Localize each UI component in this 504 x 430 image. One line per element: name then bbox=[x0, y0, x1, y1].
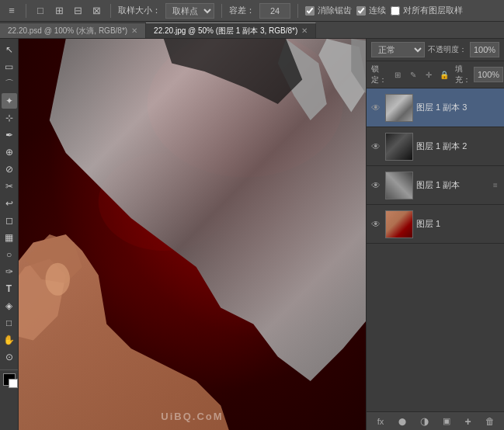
artwork-svg bbox=[19, 39, 366, 430]
contiguous-group: 连续 bbox=[356, 5, 386, 16]
layers-panel: 正常 不透明度： 锁定： ⊞ ✎ ✛ 🔒 填充： bbox=[366, 39, 504, 430]
pen-tool[interactable]: ✑ bbox=[2, 264, 17, 279]
canvas-area[interactable]: UiBQ.CoM bbox=[19, 39, 366, 430]
shape-tool[interactable]: □ bbox=[2, 315, 17, 331]
opacity-input[interactable] bbox=[470, 42, 499, 57]
dodge-tool[interactable]: ○ bbox=[2, 247, 17, 262]
layer-item-1[interactable]: 👁 图层 1 副本 2 bbox=[367, 127, 504, 166]
background-color[interactable] bbox=[9, 379, 18, 388]
lock-paint-btn[interactable]: ✎ bbox=[407, 68, 419, 81]
zoom-tool[interactable]: ⊙ bbox=[2, 349, 17, 365]
intersect-selection-icon[interactable]: ⊠ bbox=[89, 4, 103, 18]
tab-bar: 22.20.psd @ 100% (水滴, RGB/8*) ✕ 22.20.jp… bbox=[0, 22, 504, 39]
tolerance-input[interactable] bbox=[259, 3, 290, 19]
layers-bottom-toolbar: fx ⬤ ◑ ▣ + 🗑 bbox=[367, 411, 504, 430]
lock-label: 锁定： bbox=[371, 64, 387, 85]
opacity-label: 不透明度： bbox=[428, 44, 467, 55]
eyedropper-tool[interactable]: ✒ bbox=[2, 127, 17, 143]
lock-fill-row: 锁定： ⊞ ✎ ✛ 🔒 填充： bbox=[367, 61, 504, 88]
fill-label: 填充： bbox=[455, 64, 471, 85]
all-layers-label: 对所有图层取样 bbox=[403, 5, 463, 16]
eraser-tool[interactable]: ◻ bbox=[2, 213, 17, 228]
type-tool[interactable]: T bbox=[2, 281, 17, 296]
path-select-tool[interactable]: ◈ bbox=[2, 298, 17, 314]
layer-thumb-0 bbox=[385, 94, 413, 122]
separator-3 bbox=[221, 4, 222, 18]
blend-opacity-row: 正常 不透明度： bbox=[367, 39, 504, 61]
layer-visibility-3[interactable]: 👁 bbox=[370, 219, 382, 230]
lock-transparent-btn[interactable]: ⊞ bbox=[391, 68, 404, 81]
group-layers-btn[interactable]: ▣ bbox=[439, 414, 454, 428]
contiguous-checkbox[interactable] bbox=[356, 6, 366, 16]
layer-visibility-1[interactable]: 👁 bbox=[370, 141, 382, 152]
main-area: ↖ ▭ ⌒ ✦ ⊹ ✒ ⊕ ⊘ ✂ ↩ ◻ ▦ ○ ✑ T ◈ □ ✋ ⊙ bbox=[0, 39, 504, 430]
clone-stamp-tool[interactable]: ✂ bbox=[2, 179, 17, 194]
anti-alias-label: 消除锯齿 bbox=[318, 5, 352, 16]
lasso-tool[interactable]: ⌒ bbox=[2, 76, 17, 92]
subtract-selection-icon[interactable]: ⊟ bbox=[71, 4, 85, 18]
contiguous-label: 连续 bbox=[369, 5, 386, 16]
tab-jpg-close[interactable]: ✕ bbox=[301, 26, 308, 35]
tab-jpg[interactable]: 22.20.jpg @ 50% (图层 1 副本 3, RGB/8*) ✕ bbox=[146, 23, 316, 38]
layer-mask-btn[interactable]: ⬤ bbox=[395, 414, 410, 428]
fill-input[interactable] bbox=[474, 67, 503, 82]
heal-brush-tool[interactable]: ⊕ bbox=[2, 144, 17, 160]
magic-wand-tool[interactable]: ✦ bbox=[2, 93, 17, 109]
fill-group: 填充： bbox=[455, 64, 503, 85]
watermark: UiBQ.CoM bbox=[161, 411, 223, 422]
layer-thumb-2 bbox=[385, 172, 413, 199]
arrow-tool[interactable]: ↖ bbox=[2, 42, 17, 57]
layer-scroll-badge-2: ≡ bbox=[490, 180, 501, 191]
opacity-row: 不透明度： bbox=[428, 42, 499, 57]
lock-all-btn[interactable]: 🔒 bbox=[438, 68, 450, 81]
left-toolbar: ↖ ▭ ⌒ ✦ ⊹ ✒ ⊕ ⊘ ✂ ↩ ◻ ▦ ○ ✑ T ◈ □ ✋ ⊙ bbox=[0, 39, 19, 430]
layer-visibility-0[interactable]: 👁 bbox=[370, 102, 382, 113]
anti-alias-checkbox[interactable] bbox=[305, 6, 315, 16]
layer-name-2: 图层 1 副本 bbox=[416, 179, 487, 191]
rectangle-select-tool[interactable]: ▭ bbox=[2, 59, 17, 75]
layer-style-btn[interactable]: fx bbox=[373, 414, 388, 428]
layers-panel-inner: 正常 不透明度： 锁定： ⊞ ✎ ✛ 🔒 填充： bbox=[367, 39, 504, 430]
separator-4 bbox=[297, 4, 298, 18]
layer-name-0: 图层 1 副本 3 bbox=[416, 102, 501, 113]
sample-size-dropdown[interactable]: 取样点 bbox=[165, 3, 214, 19]
svg-point-2 bbox=[46, 263, 71, 296]
brush-tool[interactable]: ⊘ bbox=[2, 161, 17, 177]
lock-icons: ⊞ ✎ ✛ 🔒 bbox=[391, 68, 450, 81]
tab-psd-close[interactable]: ✕ bbox=[131, 26, 137, 35]
layer-thumb-1 bbox=[385, 133, 413, 161]
new-selection-icon[interactable]: □ bbox=[33, 4, 47, 18]
layer-item-0[interactable]: 👁 图层 1 副本 3 bbox=[367, 88, 504, 127]
layer-thumb-3 bbox=[385, 210, 413, 238]
new-layer-btn[interactable]: + bbox=[461, 414, 476, 428]
layers-list: 👁 图层 1 副本 3 👁 图层 1 副本 2 👁 bbox=[367, 88, 504, 411]
layer-item-2[interactable]: 👁 图层 1 副本 ≡ bbox=[367, 166, 504, 205]
top-toolbar: ≡ □ ⊞ ⊟ ⊠ 取样大小： 取样点 容差： 消除锯齿 连续 对所有图层取样 bbox=[0, 0, 504, 22]
options-icon[interactable]: ≡ bbox=[5, 4, 19, 18]
add-selection-icon[interactable]: ⊞ bbox=[52, 4, 66, 18]
delete-layer-btn[interactable]: 🗑 bbox=[482, 414, 498, 428]
hand-tool[interactable]: ✋ bbox=[2, 332, 17, 348]
foreground-color[interactable] bbox=[3, 373, 16, 386]
all-layers-checkbox[interactable] bbox=[391, 6, 400, 16]
layer-name-3: 图层 1 bbox=[416, 218, 501, 230]
tab-psd[interactable]: 22.20.psd @ 100% (水滴, RGB/8*) ✕ bbox=[0, 23, 146, 38]
gradient-tool[interactable]: ▦ bbox=[2, 230, 17, 245]
tolerance-label: 容差： bbox=[229, 5, 255, 16]
adjustment-layer-btn[interactable]: ◑ bbox=[416, 414, 432, 428]
layer-item-3[interactable]: 👁 图层 1 bbox=[367, 205, 504, 244]
separator-2 bbox=[110, 4, 111, 18]
all-layers-group: 对所有图层取样 bbox=[391, 5, 463, 16]
layer-name-1: 图层 1 副本 2 bbox=[416, 140, 501, 152]
crop-tool[interactable]: ⊹ bbox=[2, 110, 17, 126]
sample-size-label: 取样大小： bbox=[118, 5, 161, 16]
artwork: UiBQ.CoM bbox=[19, 39, 366, 430]
blend-mode-dropdown[interactable]: 正常 bbox=[371, 42, 425, 57]
layer-visibility-2[interactable]: 👁 bbox=[370, 180, 382, 191]
lock-move-btn[interactable]: ✛ bbox=[422, 68, 435, 81]
history-brush-tool[interactable]: ↩ bbox=[2, 196, 17, 211]
separator-1 bbox=[26, 4, 26, 18]
anti-alias-group: 消除锯齿 bbox=[305, 5, 352, 16]
